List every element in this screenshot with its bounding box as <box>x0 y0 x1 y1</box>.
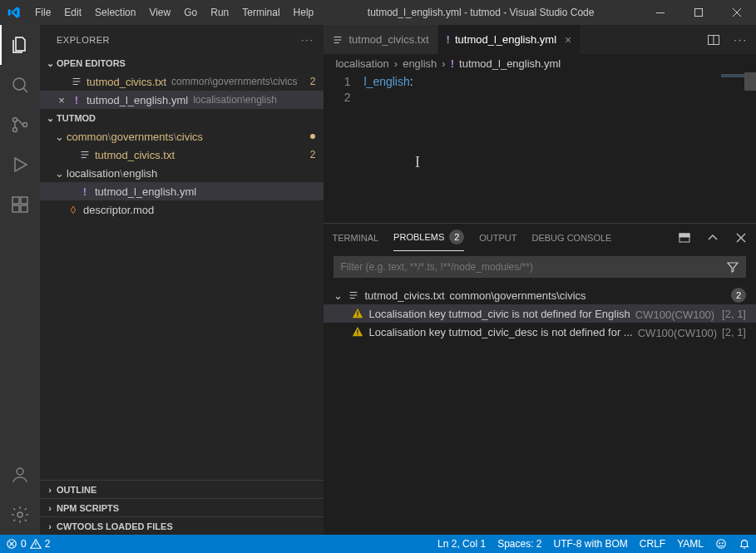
panel-tab-output[interactable]: OUTPUT <box>479 224 516 251</box>
svg-point-10 <box>17 468 23 475</box>
svg-point-4 <box>13 128 17 132</box>
editor-more-icon[interactable]: ··· <box>734 33 748 46</box>
breadcrumb-item[interactable]: english <box>403 57 437 70</box>
chevron-down-icon: ⌄ <box>43 58 57 69</box>
section-npm-scripts[interactable]: ›NPM SCRIPTS <box>40 498 324 516</box>
chevron-down-icon: ⌄ <box>55 131 67 143</box>
settings-gear-icon[interactable] <box>0 495 40 535</box>
folder-section[interactable]: ⌄ TUTMOD <box>40 109 324 127</box>
svg-rect-17 <box>358 316 358 317</box>
status-errors[interactable]: 0 2 <box>0 535 56 553</box>
menu-go[interactable]: Go <box>177 0 204 25</box>
section-outline[interactable]: ›OUTLINE <box>40 480 324 498</box>
menu-help[interactable]: Help <box>287 0 321 25</box>
chevron-down-icon: ⌄ <box>43 113 57 124</box>
open-editor-item[interactable]: tutmod_civics.txtcommon\governments\civi… <box>40 72 324 91</box>
menu-run[interactable]: Run <box>204 0 235 25</box>
open-editor-item[interactable]: ×!tutmod_l_english.ymllocalisation\engli… <box>40 91 324 109</box>
panel-tab-debug-console[interactable]: DEBUG CONSOLE <box>531 224 611 251</box>
folder-row[interactable]: ⌄ localisation \ english <box>40 164 324 182</box>
status-encoding[interactable]: UTF-8 with BOM <box>548 535 634 553</box>
svg-rect-6 <box>12 197 19 204</box>
panel-maximize-icon[interactable] <box>678 231 691 244</box>
menu-view[interactable]: View <box>142 0 177 25</box>
sidebar-title: EXPLORER <box>57 35 110 45</box>
chevron-right-icon: › <box>43 485 57 495</box>
chevron-up-icon[interactable] <box>706 231 719 244</box>
status-lang[interactable]: YAML <box>671 535 709 553</box>
chevron-down-icon: ⌄ <box>334 289 343 302</box>
minimize-button[interactable] <box>641 0 679 25</box>
file-icon: ! <box>70 93 83 106</box>
file-row[interactable]: !tutmod_l_english.yml <box>40 182 324 200</box>
split-editor-icon[interactable] <box>707 33 720 47</box>
problems-filter-input[interactable] <box>340 261 726 273</box>
svg-rect-9 <box>21 197 27 204</box>
problem-file-row[interactable]: ⌄tutmod_civics.txtcommon\governments\civ… <box>324 286 756 304</box>
svg-rect-18 <box>358 329 358 333</box>
filter-icon[interactable] <box>726 260 739 274</box>
svg-rect-1 <box>695 9 703 17</box>
svg-rect-8 <box>21 205 27 212</box>
open-editors-section[interactable]: ⌄ OPEN EDITORS <box>40 54 324 72</box>
breadcrumb-item[interactable]: localisation <box>335 57 388 70</box>
panel-tab-problems[interactable]: PROBLEMS2 <box>393 224 464 251</box>
sidebar-more-icon[interactable]: ··· <box>301 35 314 45</box>
problem-item[interactable]: Localisation key tutmod_civic_desc is no… <box>324 323 756 341</box>
extensions-icon[interactable] <box>0 185 40 225</box>
feedback-icon[interactable] <box>709 535 733 553</box>
maximize-button[interactable] <box>679 0 718 25</box>
editor-tab[interactable]: !tutmod_l_english.yml× <box>438 25 581 54</box>
scrollbar-thumb[interactable] <box>744 72 756 91</box>
file-icon: ◊ <box>67 203 80 216</box>
status-spaces[interactable]: Spaces: 2 <box>492 535 547 553</box>
menu-edit[interactable]: Edit <box>57 0 88 25</box>
svg-point-23 <box>722 543 723 544</box>
folder-row[interactable]: ⌄ common \ governments \ civics <box>40 127 324 146</box>
problem-item[interactable]: Localisation key tutmod_civic is not def… <box>324 304 756 323</box>
search-icon[interactable] <box>0 65 40 105</box>
status-eol[interactable]: CRLF <box>634 535 671 553</box>
window-title: tutmod_l_english.yml - tutmod - Visual S… <box>320 7 641 18</box>
chevron-right-icon: › <box>43 503 57 513</box>
file-icon <box>78 148 91 161</box>
warning-icon <box>352 308 363 319</box>
app-logo <box>0 6 28 19</box>
run-debug-icon[interactable] <box>0 145 40 185</box>
section-cwtools-loaded-files[interactable]: ›CWTOOLS LOADED FILES <box>40 516 324 535</box>
status-lncol[interactable]: Ln 2, Col 1 <box>432 535 492 553</box>
menu-selection[interactable]: Selection <box>88 0 142 25</box>
file-icon <box>332 34 343 46</box>
panel-tab-terminal[interactable]: TERMINAL <box>332 224 378 251</box>
breadcrumb-item[interactable]: tutmod_l_english.yml <box>459 57 561 70</box>
editor-tab[interactable]: tutmod_civics.txt <box>324 25 437 54</box>
file-row[interactable]: ◊descriptor.mod <box>40 200 324 219</box>
svg-rect-0 <box>656 12 665 13</box>
minimap[interactable] <box>706 72 756 223</box>
svg-point-2 <box>13 78 25 90</box>
chevron-right-icon: › <box>43 521 57 531</box>
bell-icon[interactable] <box>733 535 756 553</box>
menu-file[interactable]: File <box>28 0 57 25</box>
file-icon <box>348 289 359 301</box>
file-icon: ! <box>451 57 454 70</box>
menu-terminal[interactable]: Terminal <box>235 0 286 25</box>
close-button[interactable] <box>718 0 756 25</box>
svg-rect-19 <box>358 334 358 335</box>
svg-point-11 <box>17 512 22 517</box>
warning-icon <box>352 326 363 338</box>
file-icon: ! <box>447 33 450 46</box>
chevron-down-icon: ⌄ <box>55 167 67 180</box>
close-icon[interactable]: × <box>565 33 571 47</box>
accounts-icon[interactable] <box>0 455 40 495</box>
source-control-icon[interactable] <box>0 105 40 145</box>
file-row[interactable]: tutmod_civics.txt2 <box>40 146 324 164</box>
code-editor[interactable]: 12 l_english: <box>324 72 756 223</box>
file-icon: ! <box>78 185 91 198</box>
menu-bar: FileEditSelectionViewGoRunTerminalHelp <box>28 0 320 25</box>
panel-close-icon[interactable] <box>734 231 748 244</box>
text-cursor-icon: I <box>415 154 420 171</box>
svg-rect-16 <box>358 311 358 314</box>
explorer-icon[interactable] <box>0 25 40 65</box>
modified-dot-icon <box>310 134 315 139</box>
